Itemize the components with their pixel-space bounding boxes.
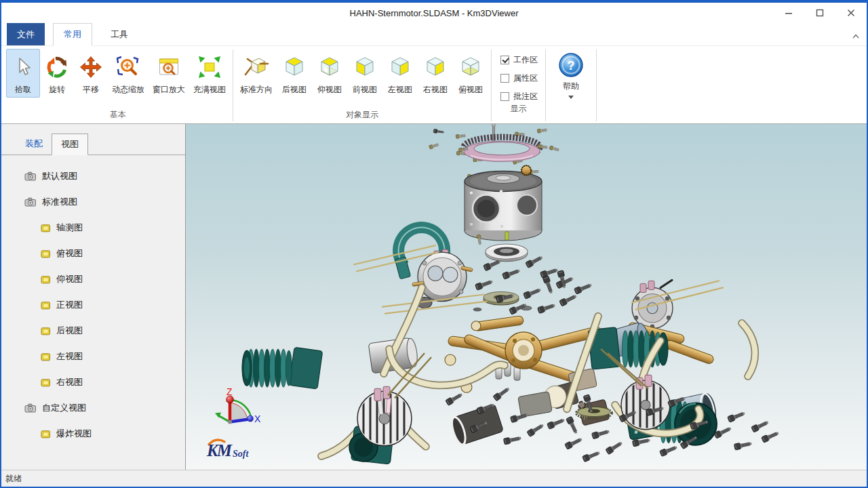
- cube-icon: [41, 301, 51, 310]
- close-icon: [847, 9, 855, 17]
- view-cube-bottomup-icon: [316, 52, 343, 83]
- model-viewport[interactable]: Z X KM Soft: [186, 124, 867, 470]
- ribbon-tab-row: 文件 常用 工具: [1, 23, 867, 46]
- sleeve-gray: [518, 392, 553, 418]
- ribbon: 拾取 旋转: [1, 46, 867, 124]
- properties-checkbox[interactable]: 属性区: [500, 73, 538, 84]
- exploded-model-scene: Z X KM Soft: [186, 124, 867, 470]
- svg-text:?: ?: [568, 59, 575, 73]
- view-cube-left-icon: [387, 52, 414, 83]
- checkbox-icon: [500, 92, 509, 101]
- bottom-up-view-button[interactable]: 仰视图: [312, 49, 347, 98]
- chevron-up-icon: [852, 33, 860, 39]
- rotate-button[interactable]: 旋转: [40, 49, 74, 98]
- head-assembly-upper-right: [632, 280, 673, 329]
- logo-soft: Soft: [233, 448, 249, 459]
- standard-orientation-button[interactable]: 标准方向: [236, 49, 277, 98]
- ribbon-group-basic: 拾取 旋转: [4, 47, 232, 123]
- tree-item-left[interactable]: 左视图: [1, 344, 185, 369]
- workspace-checkbox[interactable]: 工作区: [500, 54, 538, 66]
- pan-button[interactable]: 平移: [74, 49, 108, 98]
- tab-file[interactable]: 文件: [7, 23, 45, 45]
- view-cube-top-icon: [457, 52, 484, 83]
- window-title: HAHN-Sternmotor.SLDASM - Km3DViewer: [1, 8, 867, 18]
- group-label-object-display: 对象显示: [234, 108, 490, 123]
- ribbon-group-display: 工作区 属性区 批注区 显示: [492, 47, 545, 123]
- window-zoom-button[interactable]: 窗口放大: [149, 49, 189, 98]
- finned-cylinder-left: [242, 347, 323, 389]
- front-view-button[interactable]: 前视图: [347, 49, 382, 98]
- gear-ring: [458, 137, 549, 161]
- sidebar-tab-assembly[interactable]: 装配: [16, 134, 52, 155]
- tree-item-back[interactable]: 后视图: [1, 318, 185, 344]
- axes-triad: Z X: [215, 386, 261, 424]
- collapse-ribbon-button[interactable]: [852, 30, 860, 42]
- crankcase-housing: [465, 165, 542, 245]
- tree-item-right[interactable]: 右视图: [1, 369, 185, 395]
- camera-icon: [24, 403, 37, 413]
- sidebar-tab-bar: 装配 视图: [1, 124, 185, 155]
- ribbon-separator: [491, 49, 492, 121]
- cube-icon: [41, 249, 51, 258]
- ribbon-separator: [596, 49, 597, 121]
- piston-dark: [449, 404, 504, 446]
- camera-icon: [24, 197, 37, 207]
- bolt-field-mid: [475, 254, 593, 314]
- sidebar-tab-views[interactable]: 视图: [52, 134, 88, 155]
- right-view-button[interactable]: 右视图: [418, 49, 453, 98]
- cube-icon: [41, 224, 51, 232]
- tab-home[interactable]: 常用: [53, 23, 92, 46]
- tree-item-isometric[interactable]: 轴测图: [1, 215, 185, 241]
- maximize-button[interactable]: [804, 3, 835, 23]
- minimize-button[interactable]: [773, 3, 804, 23]
- view-cube-right-icon: [422, 52, 449, 83]
- checkbox-icon: [500, 56, 509, 64]
- pick-button[interactable]: 拾取: [6, 49, 40, 98]
- dropdown-caret-icon: [568, 96, 574, 99]
- fit-view-button[interactable]: 充满视图: [189, 49, 230, 98]
- dynamic-zoom-button[interactable]: 动态缩放: [108, 49, 149, 98]
- window-zoom-icon: [156, 52, 182, 83]
- tab-tools[interactable]: 工具: [100, 23, 138, 45]
- help-button[interactable]: ? 帮助: [547, 47, 595, 123]
- group-label-display: 显示: [492, 102, 545, 117]
- axis-label-x: X: [254, 413, 261, 424]
- view-tree: 默认视图 标准视图 轴测图 俯视图 仰视图: [1, 155, 185, 447]
- tree-item-bottom[interactable]: 仰视图: [1, 266, 185, 292]
- kmsoft-logo: KM Soft: [206, 440, 249, 460]
- fit-view-icon: [197, 52, 222, 83]
- view-cube-front-icon: [351, 52, 378, 83]
- app-window: HAHN-Sternmotor.SLDASM - Km3DViewer 文件 常…: [0, 0, 868, 488]
- tree-item-default-view[interactable]: 默认视图: [1, 163, 185, 189]
- logo-km: KM: [206, 441, 233, 460]
- tree-item-front[interactable]: 正视图: [1, 292, 185, 318]
- dynamic-zoom-icon: [115, 52, 141, 83]
- minimize-icon: [785, 9, 793, 17]
- back-view-button[interactable]: 后视图: [277, 49, 312, 98]
- ribbon-group-object-display: 标准方向 后视图: [234, 47, 490, 123]
- status-text: 就绪: [5, 473, 22, 485]
- tree-item-exploded[interactable]: 爆炸视图: [1, 421, 185, 447]
- annotations-checkbox[interactable]: 批注区: [500, 91, 538, 102]
- view-cube-back-icon: [281, 52, 308, 83]
- tree-item-standard-views[interactable]: 标准视图: [1, 189, 185, 215]
- close-button[interactable]: [835, 3, 867, 23]
- maximize-icon: [816, 9, 824, 17]
- camera-icon: [24, 171, 37, 181]
- checkbox-icon: [500, 74, 509, 83]
- top-view-button[interactable]: 俯视图: [453, 49, 488, 98]
- ball-bearing: [486, 244, 528, 262]
- rotate-icon: [44, 52, 70, 83]
- tree-item-top[interactable]: 俯视图: [1, 241, 185, 266]
- tree-item-custom-views[interactable]: 自定义视图: [1, 395, 185, 421]
- title-bar: HAHN-Sternmotor.SLDASM - Km3DViewer: [1, 3, 867, 23]
- status-bar: 就绪: [1, 470, 867, 487]
- cube-icon: [41, 430, 51, 439]
- left-view-button[interactable]: 左视图: [382, 49, 418, 98]
- sidebar-panel: 装配 视图: [1, 124, 186, 470]
- cube-icon: [41, 275, 51, 284]
- help-icon: ?: [557, 52, 585, 79]
- cursor-icon: [10, 52, 36, 83]
- axis-label-z: Z: [226, 386, 233, 397]
- standard-orientation-icon: [243, 52, 270, 83]
